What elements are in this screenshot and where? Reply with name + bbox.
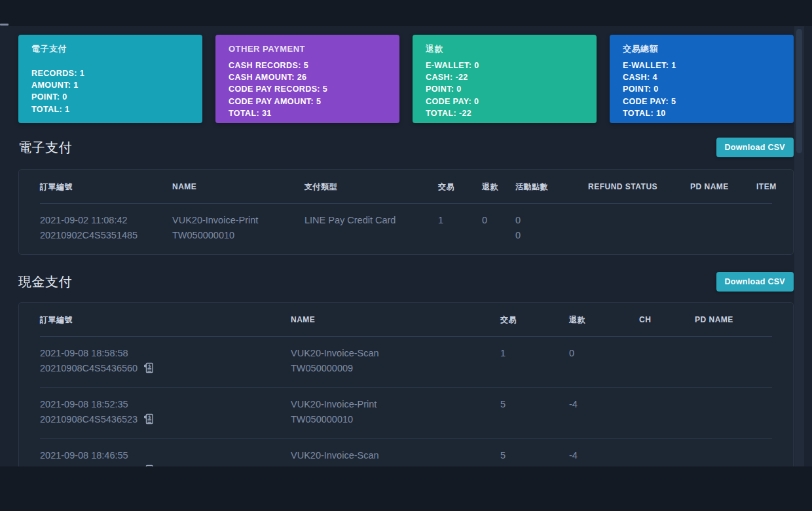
table-row: 2021-09-08 18:58:58 20210908C4S5436560 $ xyxy=(40,337,772,387)
svg-text:$: $ xyxy=(148,415,151,420)
refund-cell: 0 xyxy=(482,213,515,242)
terminal-id: TW050000009 xyxy=(291,361,500,376)
card-stat: CASH: -22 xyxy=(426,71,583,83)
pay-type-cell: LINE Pay Credit Card xyxy=(304,213,438,242)
pd-name-cell xyxy=(695,346,772,375)
column-header-activity-points: 活動點數 xyxy=(515,181,588,193)
card-stat: CODE PAY RECORDS: 5 xyxy=(229,83,386,95)
column-header-ch: CH xyxy=(639,314,695,326)
card-stat: RECORDS: 1 xyxy=(31,67,189,79)
epay-section-title: 電子支付 xyxy=(18,139,72,157)
cash-download-csv-button[interactable]: Download CSV xyxy=(716,272,794,292)
table-row: 2021-09-08 18:46:55 20210908C4S5436467 $ xyxy=(40,438,772,466)
table-row: 2021-09-08 18:52:35 20210908C4S5436523 $ xyxy=(40,387,772,438)
summary-cards-row: 電子支付 RECORDS: 1 AMOUNT: 1 POINT: 0 TOTAL… xyxy=(18,26,794,123)
cash-section-title: 現金支付 xyxy=(18,273,72,291)
table-row: 2021-09-02 11:08:42 20210902C4S5351485 V… xyxy=(40,204,772,254)
card-stat: TOTAL: 31 xyxy=(229,107,386,119)
summary-card-total: 交易總額 E-WALLET: 1 CASH: 4 POINT: 0 CODE P… xyxy=(610,35,794,123)
points-line: 0 xyxy=(515,228,588,243)
device-name: VUK20-Invoice-Print xyxy=(291,397,500,412)
column-header-pay-type: 支付類型 xyxy=(304,181,438,193)
card-stat: CASH AMOUNT: 26 xyxy=(229,71,386,83)
svg-text:$: $ xyxy=(148,466,151,466)
epay-download-csv-button[interactable]: Download CSV xyxy=(716,138,794,157)
terminal-id: TW050000009 xyxy=(291,463,500,467)
tx-cell: 1 xyxy=(438,213,482,242)
epay-table-header-row: 訂單編號 NAME 支付類型 交易 退款 活動點數 REFUND STATUS … xyxy=(40,170,772,204)
cash-section-header: 現金支付 Download CSV xyxy=(18,272,794,292)
card-stat: POINT: 0 xyxy=(623,83,781,95)
card-stat: CASH: 4 xyxy=(623,71,781,83)
column-header-name: NAME xyxy=(172,181,304,193)
name-cell: VUK20-Invoice-Print TW050000010 xyxy=(291,397,500,426)
terminal-id: TW050000010 xyxy=(172,228,304,243)
tx-cell: 1 xyxy=(500,346,569,375)
column-header-tx: 交易 xyxy=(500,314,569,326)
column-header-order: 訂單編號 xyxy=(40,314,291,326)
pd-name-cell xyxy=(690,213,756,242)
order-cell: 2021-09-02 11:08:42 20210902C4S5351485 xyxy=(40,213,172,242)
order-datetime: 2021-09-08 18:46:55 xyxy=(40,448,291,463)
column-header-refund: 退款 xyxy=(569,314,639,326)
invoice-receipt-icon[interactable]: $ xyxy=(143,413,154,425)
card-stat: CODE PAY AMOUNT: 5 xyxy=(229,96,386,107)
scrollbar-thumb[interactable] xyxy=(796,29,802,153)
column-header-refund: 退款 xyxy=(482,181,515,193)
column-header-refund-status: REFUND STATUS xyxy=(588,181,690,193)
card-title: OTHER PAYMENT xyxy=(229,43,386,54)
summary-card-other-payment: OTHER PAYMENT CASH RECORDS: 5 CASH AMOUN… xyxy=(215,35,399,123)
order-id: 20210902C4S5351485 xyxy=(40,228,172,243)
activity-points-cell: 0 0 xyxy=(515,213,588,242)
tx-cell: 5 xyxy=(500,448,569,466)
ch-cell xyxy=(639,346,695,375)
card-stat: CODE PAY: 0 xyxy=(426,96,583,107)
order-id: 20210908C4S5436523 xyxy=(40,412,138,427)
column-header-tx: 交易 xyxy=(438,181,482,193)
order-cell: 2021-09-08 18:58:58 20210908C4S5436560 $ xyxy=(40,346,291,375)
invoice-receipt-icon[interactable]: $ xyxy=(143,362,154,373)
svg-text:$: $ xyxy=(148,364,151,369)
card-title: 退款 xyxy=(426,43,583,54)
order-datetime: 2021-09-02 11:08:42 xyxy=(40,213,172,228)
column-header-pd-name: PD NAME xyxy=(690,181,756,193)
order-datetime: 2021-09-08 18:58:58 xyxy=(40,346,291,361)
column-header-pd-name: PD NAME xyxy=(695,314,772,326)
terminal-id: TW050000010 xyxy=(291,412,500,427)
item-cell xyxy=(756,213,772,242)
refund-status-cell xyxy=(588,213,690,242)
main-panel: 電子支付 RECORDS: 1 AMOUNT: 1 POINT: 0 TOTAL… xyxy=(0,26,812,466)
card-title: 交易總額 xyxy=(623,43,781,54)
card-stat: E-WALLET: 1 xyxy=(623,60,781,71)
card-stat: AMOUNT: 1 xyxy=(31,79,189,91)
left-edge-tick xyxy=(0,24,9,26)
cash-table-header-row: 訂單編號 NAME 交易 退款 CH PD NAME xyxy=(40,303,772,337)
column-header-item: ITEM xyxy=(756,181,777,193)
card-stat: CODE PAY: 5 xyxy=(623,96,781,107)
order-cell: 2021-09-08 18:52:35 20210908C4S5436523 $ xyxy=(40,397,291,426)
scrollbar[interactable] xyxy=(794,26,804,466)
cash-table: 訂單編號 NAME 交易 退款 CH PD NAME 2021-09-08 18… xyxy=(18,302,794,466)
pd-name-cell xyxy=(695,397,772,426)
epay-table: 訂單編號 NAME 支付類型 交易 退款 活動點數 REFUND STATUS … xyxy=(18,169,794,255)
refund-cell: -4 xyxy=(569,397,639,426)
card-title: 電子支付 xyxy=(31,43,189,54)
refund-cell: 0 xyxy=(569,346,639,375)
refund-cell: -4 xyxy=(569,448,639,466)
device-name: VUK20-Invoice-Scan xyxy=(291,346,500,361)
device-name: VUK20-Invoice-Scan xyxy=(291,448,500,463)
card-stat: E-WALLET: 0 xyxy=(426,60,583,71)
invoice-receipt-icon[interactable]: $ xyxy=(143,464,154,466)
order-id: 20210908C4S5436467 xyxy=(40,463,138,467)
card-stat: POINT: 0 xyxy=(426,83,583,95)
order-id: 20210908C4S5436560 xyxy=(40,361,138,376)
name-cell: VUK20-Invoice-Print TW050000010 xyxy=(172,213,304,242)
column-header-order: 訂單編號 xyxy=(40,181,172,193)
tx-cell: 5 xyxy=(500,397,569,426)
card-stat: TOTAL: 10 xyxy=(623,107,781,119)
column-header-name: NAME xyxy=(291,314,500,326)
pd-name-cell xyxy=(695,448,772,466)
card-stat: POINT: 0 xyxy=(31,91,189,103)
order-cell: 2021-09-08 18:46:55 20210908C4S5436467 $ xyxy=(40,448,291,466)
card-stat: TOTAL: 1 xyxy=(31,104,189,115)
